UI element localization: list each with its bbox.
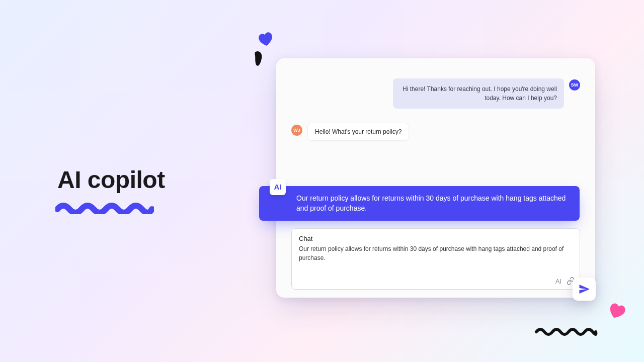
- ai-suggestion-text: Our return policy allows for returns wit…: [296, 194, 566, 212]
- agent-message-bubble: Hi there! Thanks for reaching out. I hop…: [393, 78, 564, 109]
- compose-title: Chat: [299, 235, 573, 242]
- heart-icon: [606, 301, 627, 321]
- ai-badge: AI: [270, 179, 286, 195]
- underline-squiggle-icon: [55, 200, 154, 214]
- compose-box[interactable]: Chat Our return policy allows for return…: [291, 228, 580, 290]
- blob-decoration-icon: [252, 49, 267, 68]
- user-message-bubble: Hello! What's your return policy?: [307, 123, 409, 141]
- agent-avatar[interactable]: SW: [569, 79, 580, 90]
- page-title: AI copilot: [57, 166, 165, 194]
- ai-suggestion-card[interactable]: AI Our return policy allows for returns …: [259, 186, 580, 221]
- compose-draft-text[interactable]: Our return policy allows for returns wit…: [299, 244, 573, 262]
- paper-plane-icon: [578, 283, 590, 295]
- heart-icon: [256, 30, 275, 48]
- chat-panel: Hi there! Thanks for reaching out. I hop…: [276, 58, 595, 298]
- squiggle-icon: [534, 326, 598, 336]
- compose-toolbar: AI: [555, 277, 575, 285]
- user-avatar[interactable]: WJ: [291, 125, 302, 136]
- send-button[interactable]: [573, 278, 596, 301]
- user-message-row: WJ Hello! What's your return policy?: [291, 123, 580, 141]
- ai-toggle-button[interactable]: AI: [555, 278, 561, 285]
- agent-message-row: Hi there! Thanks for reaching out. I hop…: [291, 78, 580, 109]
